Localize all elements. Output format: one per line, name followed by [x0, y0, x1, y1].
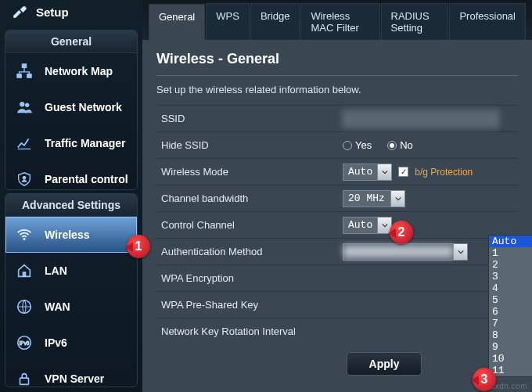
channel-bandwidth-select[interactable]: 20 MHz	[343, 190, 405, 207]
tab-wps[interactable]: WPS	[206, 3, 250, 40]
sidebar-item-parental-control[interactable]: Parental control	[5, 161, 137, 190]
dropdown-option[interactable]: Auto	[489, 236, 532, 247]
chevron-down-icon	[377, 164, 391, 180]
row-wpa-encryption: WPA Encryption	[156, 264, 518, 291]
chevron-down-icon	[453, 244, 467, 260]
dropdown-option[interactable]: 3	[489, 271, 532, 282]
sidebar-item-traffic-manager[interactable]: Traffic Manager	[5, 125, 137, 161]
apply-button[interactable]: Apply	[347, 352, 422, 376]
sidebar-item-wireless[interactable]: Wireless	[5, 217, 137, 253]
hide-ssid-no-radio[interactable]: No	[387, 139, 413, 151]
radio-label: No	[400, 139, 413, 151]
dropdown-option[interactable]: 8	[489, 329, 532, 341]
label-authentication-method: Authentication Method	[161, 246, 343, 257]
dropdown-option[interactable]: 4	[489, 282, 532, 294]
row-wpa-psk: WPA Pre-Shared Key	[156, 291, 518, 318]
label-channel-bandwidth: Channel bandwidth	[161, 192, 343, 204]
chevron-down-icon	[390, 191, 404, 207]
tab-wireless-mac-filter[interactable]: Wireless MAC Filter	[300, 3, 379, 40]
settings-panel: Wireless - General Set up the wireless r…	[142, 40, 532, 387]
row-ssid: SSID	[156, 105, 518, 131]
sidebar-section-advanced: Advanced Settings Wireless LAN WAN IPv6 …	[5, 193, 138, 387]
svg-point-3	[20, 102, 25, 107]
sidebar-item-label: WAN	[45, 300, 70, 313]
annotation-marker-2: 2	[390, 221, 413, 244]
sidebar-item-label: VPN Server	[45, 372, 104, 385]
wrench-icon	[11, 3, 28, 20]
sidebar-setup[interactable]: Setup	[5, 0, 138, 27]
sidebar-item-label: LAN	[45, 264, 67, 277]
sidebar-item-guest-network[interactable]: Guest Network	[5, 89, 137, 125]
sidebar-item-label: Traffic Manager	[45, 137, 125, 149]
select-value: 20 MHz	[343, 192, 390, 204]
label-wpa-psk: WPA Pre-Shared Key	[161, 299, 343, 311]
sidebar: Setup General Network Map Guest Network …	[0, 0, 142, 392]
control-channel-dropdown[interactable]: Auto 1 2 3 4 5 6 7 8 9 10 11	[488, 235, 532, 377]
sidebar-item-lan[interactable]: LAN	[5, 253, 137, 289]
dropdown-option[interactable]: 5	[489, 294, 532, 306]
page-description: Set up the wireless related information …	[156, 84, 518, 95]
dropdown-option[interactable]: 1	[489, 247, 532, 259]
sidebar-item-label: Parental control	[45, 173, 128, 185]
svg-rect-2	[27, 74, 32, 78]
label-wireless-mode: Wireless Mode	[161, 166, 343, 178]
row-wireless-mode: Wireless Mode Auto ✓ b/g Protection	[156, 158, 518, 185]
tab-professional[interactable]: Professional	[449, 3, 526, 40]
ssid-input[interactable]	[343, 110, 499, 128]
home-icon	[13, 261, 35, 281]
main-panel: General WPS Bridge Wireless MAC Filter R…	[142, 0, 532, 392]
row-network-key-rotation: Network Key Rotation Interval	[156, 318, 518, 344]
bg-protection-checkbox[interactable]: ✓	[398, 167, 408, 177]
svg-point-5	[23, 176, 26, 179]
tab-bridge[interactable]: Bridge	[250, 3, 300, 40]
tab-radius-setting[interactable]: RADIUS Setting	[381, 3, 449, 40]
tab-general[interactable]: General	[149, 4, 205, 41]
sidebar-item-network-map[interactable]: Network Map	[5, 53, 137, 89]
sidebar-item-label: Guest Network	[45, 101, 122, 113]
shield-icon	[13, 169, 35, 189]
annotation-marker-1: 1	[127, 235, 150, 258]
sidebar-item-label: Network Map	[45, 65, 113, 77]
select-value: Auto	[343, 166, 377, 178]
authentication-method-select[interactable]: ········	[343, 243, 468, 261]
svg-rect-0	[22, 64, 27, 68]
select-value: ········	[343, 246, 453, 257]
ipv6-icon: IPv6	[13, 333, 35, 353]
label-wpa-encryption: WPA Encryption	[161, 272, 343, 284]
sidebar-head-advanced: Advanced Settings	[5, 194, 137, 217]
tab-bar: General WPS Bridge Wireless MAC Filter R…	[142, 0, 532, 40]
sidebar-item-wan[interactable]: WAN	[5, 289, 137, 325]
svg-point-4	[25, 103, 29, 107]
dropdown-option[interactable]: 9	[489, 341, 532, 353]
select-value: Auto	[343, 219, 377, 231]
sidebar-section-general: General Network Map Guest Network Traffi…	[5, 30, 138, 190]
sidebar-head-general: General	[5, 31, 137, 53]
svg-point-6	[23, 238, 26, 240]
sidebar-item-vpn-server[interactable]: VPN Server	[5, 361, 137, 387]
label-hide-ssid: Hide SSID	[161, 139, 343, 151]
dropdown-option[interactable]: 7	[489, 318, 532, 329]
hide-ssid-yes-radio[interactable]: Yes	[343, 139, 372, 151]
label-control-channel: Control Channel	[161, 219, 343, 231]
radio-label: Yes	[355, 139, 372, 151]
dropdown-option[interactable]: 6	[489, 306, 532, 318]
page-title: Wireless - General	[156, 51, 518, 76]
row-control-channel: Control Channel Auto	[156, 211, 518, 238]
wireless-mode-select[interactable]: Auto	[343, 164, 392, 181]
svg-rect-1	[17, 74, 21, 78]
sidebar-setup-label: Setup	[36, 5, 69, 19]
svg-rect-7	[23, 272, 26, 276]
apply-row: Apply	[156, 344, 518, 376]
svg-rect-11	[20, 378, 29, 384]
users-icon	[13, 97, 35, 117]
svg-text:IPv6: IPv6	[20, 340, 30, 345]
row-hide-ssid: Hide SSID Yes No	[156, 131, 518, 158]
dropdown-option[interactable]: 11	[489, 365, 532, 376]
dropdown-option[interactable]: 2	[489, 259, 532, 271]
label-network-key-rotation: Network Key Rotation Interval	[161, 325, 343, 337]
sidebar-item-ipv6[interactable]: IPv6 IPv6	[5, 325, 137, 361]
sitemap-icon	[13, 61, 35, 81]
lock-icon	[13, 369, 35, 387]
dropdown-option[interactable]: 10	[489, 353, 532, 365]
wifi-icon	[13, 225, 35, 245]
